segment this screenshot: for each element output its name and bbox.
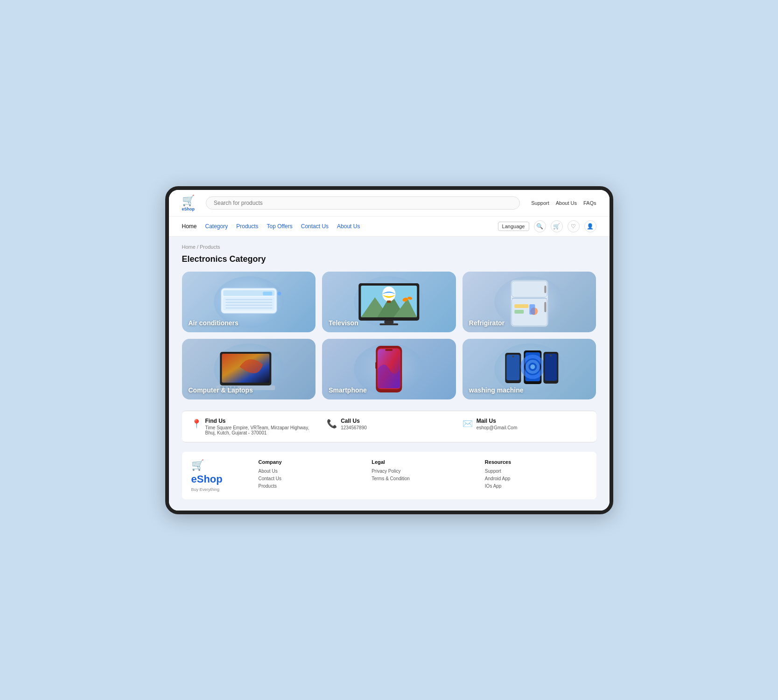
footer-cart-icon: 🛒	[191, 459, 204, 471]
company-item-0[interactable]: About Us	[259, 469, 361, 474]
footer-info: 📍 Find Us Time Square Empire, VRTeam, Mi…	[182, 411, 596, 442]
call-us-title: Call Us	[341, 418, 367, 424]
nav-category[interactable]: Category	[205, 223, 228, 230]
footer-tagline: Buy Everything	[191, 487, 220, 492]
svg-rect-18	[387, 301, 391, 303]
call-us-item: 📞 Call Us 1234567890	[327, 418, 451, 435]
nav-right: Language 🔍 🛒 ♡ 👤	[498, 220, 596, 232]
search-input[interactable]	[206, 196, 520, 210]
search-icon[interactable]: 🔍	[534, 220, 546, 232]
location-icon: 📍	[191, 419, 202, 429]
faqs-link[interactable]: FAQs	[583, 200, 596, 206]
resources-item-2[interactable]: IOs App	[485, 483, 587, 489]
page-title: Electronics Category	[182, 254, 596, 264]
svg-point-54	[512, 356, 514, 357]
svg-point-62	[550, 355, 552, 357]
cart-logo-icon: 🛒	[182, 195, 195, 207]
svg-rect-25	[512, 281, 547, 297]
svg-rect-22	[379, 323, 398, 325]
resources-item-0[interactable]: Support	[485, 469, 587, 474]
legal-item-0[interactable]: Privacy Policy	[371, 469, 474, 474]
category-card-ac[interactable]: Air conditioners	[182, 272, 316, 332]
support-link[interactable]: Support	[531, 200, 549, 206]
company-item-2[interactable]: Products	[259, 483, 361, 489]
language-button[interactable]: Language	[498, 222, 529, 231]
find-us-title: Find Us	[205, 418, 316, 424]
cart-icon[interactable]: 🛒	[551, 220, 563, 232]
wishlist-icon[interactable]: ♡	[568, 220, 580, 232]
svg-rect-61	[545, 354, 557, 381]
breadcrumb-home[interactable]: Home	[182, 244, 196, 250]
footer-col-resources: Resources Support Android App IOs App	[485, 459, 587, 492]
svg-rect-21	[384, 321, 393, 323]
svg-point-17	[382, 287, 395, 301]
tv-label: Televison	[329, 319, 358, 327]
footer-logo: eShop	[191, 473, 223, 485]
phone-icon: 📞	[327, 419, 337, 429]
legal-col-title: Legal	[371, 459, 474, 465]
svg-rect-31	[514, 310, 524, 314]
svg-rect-28	[544, 302, 546, 312]
mail-us-item: ✉️ Mail Us eshop@Gmail.Com	[463, 418, 587, 435]
ac-label: Air conditioners	[189, 319, 238, 327]
mail-icon: ✉️	[463, 419, 473, 429]
mail-us-text: eshop@Gmail.Com	[477, 425, 517, 430]
top-links: Support About Us FAQs	[531, 200, 596, 206]
svg-point-59	[530, 364, 535, 369]
phone-label: Smartphone	[329, 386, 367, 394]
category-grid: Air conditioners	[182, 272, 596, 399]
company-item-1[interactable]: Contact Us	[259, 476, 361, 481]
svg-rect-27	[544, 286, 546, 293]
breadcrumb-current: Products	[200, 244, 220, 250]
fridge-label: Refrigirator	[469, 319, 505, 327]
company-col-title: Company	[259, 459, 361, 465]
category-card-wash[interactable]: washing machine	[463, 339, 596, 399]
category-card-phone[interactable]: Smartphone	[322, 339, 456, 399]
wash-label: washing machine	[469, 386, 524, 394]
svg-rect-53	[506, 355, 519, 380]
main-content: Home / Products Electronics Category	[169, 237, 610, 511]
logo-area[interactable]: 🛒 eShop	[182, 195, 195, 211]
category-card-tv[interactable]: Televison	[322, 272, 456, 332]
footer-col-legal: Legal Privacy Policy Terms & Condition	[371, 459, 474, 492]
nav-about[interactable]: About Us	[337, 223, 360, 230]
nav-products[interactable]: Products	[236, 223, 258, 230]
resources-item-1[interactable]: Android App	[485, 476, 587, 481]
find-us-item: 📍 Find Us Time Square Empire, VRTeam, Mi…	[191, 418, 316, 435]
nav-contact[interactable]: Contact Us	[301, 223, 329, 230]
top-bar: 🛒 eShop Support About Us FAQs	[169, 190, 610, 217]
nav-top-offers[interactable]: Top Offers	[267, 223, 293, 230]
footer-brand: 🛒 eShop Buy Everything	[191, 459, 247, 492]
svg-rect-3	[223, 297, 274, 310]
nav-bar: Home Category Products Top Offers Contac…	[169, 217, 610, 237]
svg-rect-30	[514, 304, 528, 308]
svg-rect-8	[263, 292, 272, 295]
about-link[interactable]: About Us	[556, 200, 577, 206]
laptop-label: Computer & Laptops	[189, 386, 253, 394]
legal-item-1[interactable]: Terms & Condition	[371, 476, 474, 481]
bottom-footer: 🛒 eShop Buy Everything Company About Us …	[182, 452, 596, 499]
logo-text: eShop	[182, 207, 195, 211]
breadcrumb: Home / Products	[182, 244, 596, 250]
call-us-text: 1234567890	[341, 425, 367, 430]
mail-us-title: Mail Us	[477, 418, 517, 424]
user-icon[interactable]: 👤	[584, 220, 596, 232]
footer-col-company: Company About Us Contact Us Products	[259, 459, 361, 492]
nav-home[interactable]: Home	[182, 223, 197, 230]
tablet-frame: 🛒 eShop Support About Us FAQs Home Categ…	[165, 186, 613, 514]
find-us-text: Time Square Empire, VRTeam, Mirzapar Hig…	[205, 425, 316, 435]
resources-col-title: Resources	[485, 459, 587, 465]
svg-point-9	[277, 292, 281, 295]
svg-rect-49	[375, 362, 377, 369]
category-card-laptop[interactable]: Computer & Laptops	[182, 339, 316, 399]
nav-links: Home Category Products Top Offers Contac…	[182, 223, 360, 230]
svg-rect-33	[529, 304, 535, 315]
category-card-fridge[interactable]: Refrigirator	[463, 272, 596, 332]
svg-rect-48	[385, 349, 393, 351]
